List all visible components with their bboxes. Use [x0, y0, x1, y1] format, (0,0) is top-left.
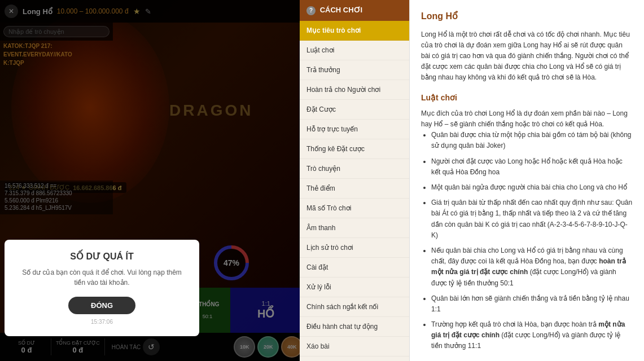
modal-close-button[interactable]: ĐÓNG: [68, 297, 135, 314]
help-rule-6: Quân bài lớn hơn sẽ giành chiến thắng và…: [431, 293, 633, 315]
help-menu-gameid[interactable]: Mã số Trò chơi: [300, 199, 409, 218]
help-menu-return[interactable]: Hoàn trả cho Người chơi: [300, 80, 409, 100]
help-menu-disconnect[interactable]: Chính sách ngắt kết nối: [300, 297, 409, 317]
help-content: Long Hổ Long Hổ là một trò chơi rất dễ c…: [410, 0, 644, 361]
help-rule-7: Trường hợp kết quả trò chơi là Hòa, bạn …: [431, 319, 633, 352]
help-rule-2: Người chơi đặt cược vào Long hoặc Hổ hoặ…: [431, 156, 633, 178]
help-menu-shuffle[interactable]: Xáo bài: [300, 337, 409, 356]
help-menu-sound[interactable]: Âm thanh: [300, 218, 409, 238]
help-rule-5: Nếu quân bài chia cho Long và Hổ có giá …: [431, 245, 633, 289]
help-menu-autochat[interactable]: Điều hành chat tự động: [300, 317, 409, 337]
help-rule-title: Luật chơi: [421, 91, 633, 104]
low-balance-modal: SỐ DƯ QUÁ ÍT Số dư của bạn còn quá ít để…: [5, 240, 199, 336]
help-rule-1: Quân bài được chia từ một hộp chia bài g…: [431, 130, 633, 151]
help-panel: ? CÁCH CHƠI Mục tiêu trò chơi Luật chơi …: [300, 0, 644, 361]
help-content-intro: Long Hổ là một trò chơi rất dễ chơi và c…: [421, 29, 633, 83]
help-menu-objective[interactable]: Mục tiêu trò chơi: [300, 21, 409, 41]
help-title: CÁCH CHƠI: [320, 6, 363, 14]
help-rules-list: Quân bài được chia từ một hộp chia bài g…: [421, 130, 633, 351]
help-menu-settings[interactable]: Cài đặt: [300, 258, 409, 278]
help-menu-score[interactable]: Thẻ điểm: [300, 179, 409, 199]
help-menu-bet[interactable]: Đặt Cược: [300, 100, 409, 120]
help-rule-intro: Mục đích của trò chơi Long Hổ là dự đoán…: [421, 108, 633, 130]
help-sidebar-title: ? CÁCH CHƠI: [300, 0, 409, 21]
question-icon: ?: [306, 6, 316, 15]
help-menu-add-game[interactable]: Thêm Trò chơi: [300, 356, 409, 362]
help-rule-3: Một quân bài ngửa được người chia bài ch…: [431, 182, 633, 193]
help-menu-reward[interactable]: Trả thưởng: [300, 60, 409, 80]
help-menu-stats[interactable]: Thống kê Đặt cược: [300, 139, 409, 159]
help-sidebar: ? CÁCH CHƠI Mục tiêu trò chơi Luật chơi …: [300, 0, 410, 361]
help-rule-4: Giá trị quân bài từ thấp nhất đến cao nh…: [431, 197, 633, 241]
help-content-title: Long Hổ: [421, 9, 633, 24]
help-menu-error[interactable]: Xử lý lỗi: [300, 278, 409, 297]
modal-time: 15:37:06: [16, 319, 188, 325]
modal-title: SỐ DƯ QUÁ ÍT: [16, 251, 188, 262]
help-menu-rules[interactable]: Luật chơi: [300, 41, 409, 60]
help-menu-support[interactable]: Hỗ trợ trực tuyến: [300, 120, 409, 139]
help-menu-chat[interactable]: Trò chuyện: [300, 159, 409, 179]
modal-text: Số dư của bạn còn quá ít để chơi. Vui lò…: [16, 267, 188, 288]
help-menu-history[interactable]: Lịch sử trò chơi: [300, 238, 409, 258]
